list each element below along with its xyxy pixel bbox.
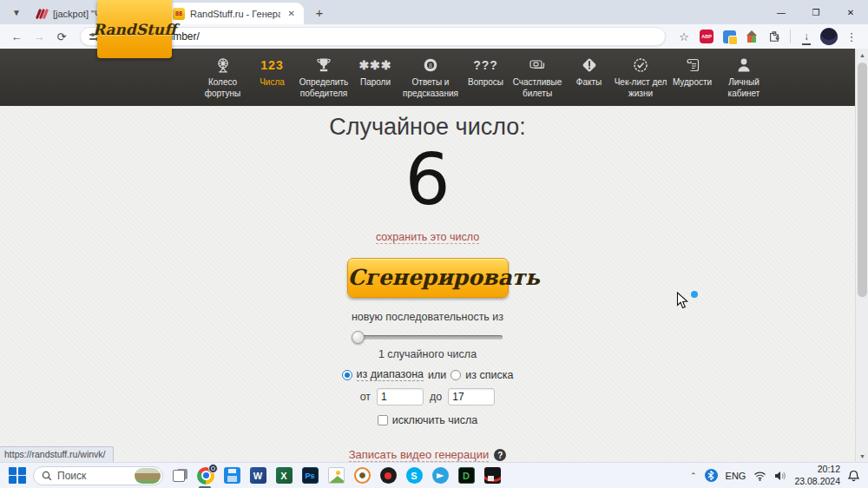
language-indicator[interactable]: ENG [726, 471, 746, 481]
browser-menu-icon[interactable]: ⋮ [842, 27, 861, 46]
window-controls: — ❐ ✕ [764, 0, 868, 24]
tickets-icon [528, 56, 547, 75]
taskbar-photoshop-icon[interactable]: Ps [300, 466, 319, 485]
count-label: 1 случайного числа [378, 348, 477, 360]
search-icon [42, 471, 52, 481]
toolbar-separator [790, 30, 791, 43]
adblock-extension-icon[interactable]: ABP [697, 27, 716, 46]
bluetooth-icon[interactable] [705, 469, 718, 482]
taskbar-telegram-icon[interactable] [431, 466, 450, 485]
nav-item-wheel[interactable]: Колесо фортуны [198, 56, 247, 99]
search-placeholder: Поиск [57, 470, 129, 482]
nav-item-numbers[interactable]: 123 Числа [247, 56, 297, 89]
tray-expand-icon[interactable]: ⌃ [690, 472, 697, 480]
nav-item-facts[interactable]: Факты [564, 56, 614, 89]
taskbar-word-icon[interactable]: W [248, 466, 267, 485]
windows-taskbar: Поиск W X Ps S D ⌃ ENG 20:12 23.08.2024 [0, 462, 868, 488]
nav-item-checklist[interactable]: Чек-лист дел жизни [614, 56, 667, 99]
minimize-button[interactable]: — [764, 0, 799, 24]
clock-time: 20:12 [794, 464, 840, 476]
taskbar-floppy-icon[interactable] [222, 466, 241, 485]
tab-title: RandStuff.ru - Генератор случа [190, 9, 280, 19]
to-input[interactable] [448, 388, 495, 406]
fact-diamond-icon [581, 56, 598, 75]
taskbar-image-viewer-icon[interactable] [326, 466, 345, 485]
new-tab-button[interactable]: + [309, 2, 330, 23]
exclude-label[interactable]: исключить числа [392, 414, 477, 426]
nav-item-tickets[interactable]: Счастливые билеты [510, 56, 564, 99]
range-inputs-row: от до [360, 388, 496, 406]
list-radio-label[interactable]: из списка [465, 369, 513, 381]
record-video-link[interactable]: Записать видео генерации [349, 448, 490, 462]
numbers-123-icon: 123 [260, 56, 283, 75]
page-scrollbar[interactable]: ▲ ▼ [855, 49, 868, 462]
forward-button[interactable]: → [30, 27, 49, 46]
nav-item-questions[interactable]: ??? Вопросы [461, 56, 510, 89]
search-daily-image[interactable] [135, 468, 161, 484]
taskbar-d-app-icon[interactable]: D [457, 466, 476, 485]
scroll-down-icon[interactable]: ▼ [856, 450, 868, 462]
jackpot-favicon-icon [36, 8, 48, 20]
volume-icon[interactable] [774, 471, 786, 481]
taskbar-skype-icon[interactable]: S [404, 466, 424, 485]
magic-8ball-icon: 8 [422, 56, 439, 75]
help-icon[interactable]: ? [494, 449, 506, 461]
status-bar-url: https://randstuff.ru/winvk/ [0, 446, 114, 462]
scroll-up-icon[interactable]: ▲ [856, 49, 868, 61]
taskbar-search[interactable]: Поиск [33, 466, 163, 485]
slider-handle[interactable] [352, 331, 365, 344]
restore-button[interactable]: ❐ [799, 0, 833, 24]
bookmark-star-icon[interactable]: ☆ [674, 27, 694, 46]
sequence-label: новую последовательность из [352, 311, 503, 323]
desktop: { "browser": { "tabs": [ { "title": "[ja… [0, 0, 868, 488]
nav-item-passwords[interactable]: ✱✱✱ Пароли [351, 56, 400, 89]
chrome-badge [208, 464, 218, 473]
nav-item-answers[interactable]: 8 Ответы и предсказания [400, 56, 461, 99]
badge-check-icon [632, 56, 649, 75]
range-radio-label[interactable]: из диапазона [357, 368, 424, 381]
start-button[interactable] [9, 467, 26, 485]
tab-randstuff[interactable]: 88 RandStuff.ru - Генератор случа ✕ [167, 3, 304, 24]
range-radio[interactable] [342, 370, 352, 380]
asterisks-icon: ✱✱✱ [358, 56, 391, 75]
home-extension-icon[interactable] [742, 27, 761, 46]
reload-button[interactable]: ⟳ [52, 27, 71, 46]
taskbar-recorder-icon[interactable] [378, 466, 398, 485]
nav-item-wisdom[interactable]: Мудрости [667, 56, 717, 89]
scrollbar-thumb[interactable] [858, 63, 867, 297]
to-label: до [430, 391, 442, 403]
list-radio[interactable] [450, 370, 461, 380]
taskbar-excel-icon[interactable]: X [274, 466, 293, 485]
downloads-icon[interactable]: ↓ [797, 27, 816, 46]
tab-search-button[interactable]: ▼ [5, 3, 28, 22]
taskbar-game-icon[interactable] [483, 466, 502, 485]
taskbar-clock[interactable]: 20:12 23.08.2024 [794, 464, 840, 487]
photos-extension-icon[interactable] [720, 27, 739, 46]
save-number-link[interactable]: сохранить это число [376, 231, 479, 244]
taskbar-eye-capture-icon[interactable] [352, 466, 372, 485]
wifi-icon[interactable] [753, 471, 766, 481]
close-button[interactable]: ✕ [833, 0, 868, 24]
clock-date: 23.08.2024 [794, 476, 840, 488]
system-tray: ⌃ ENG 20:12 23.08.2024 [690, 464, 859, 487]
slider-track[interactable] [353, 335, 503, 340]
from-label: от [360, 391, 371, 403]
back-button[interactable]: ← [7, 27, 26, 46]
or-label: или [428, 369, 446, 381]
tab-close-icon[interactable]: ✕ [286, 8, 298, 19]
from-input[interactable] [377, 388, 424, 406]
notifications-bell-icon[interactable] [848, 470, 859, 482]
mode-radio-row: из диапазона или из списка [342, 368, 514, 381]
extensions-puzzle-icon[interactable] [765, 27, 784, 46]
randstuff-logo[interactable]: RandStuff [97, 0, 172, 58]
nav-item-account[interactable]: Личный кабинет [717, 56, 771, 99]
task-view-button[interactable] [170, 466, 189, 485]
count-slider[interactable] [353, 331, 503, 342]
profile-avatar[interactable] [819, 27, 838, 46]
generate-button[interactable]: Сгенерировать [347, 258, 509, 298]
nav-item-winner[interactable]: Определить победителя [297, 56, 351, 99]
random-number-value: 6 [404, 142, 450, 217]
taskbar-chrome-icon[interactable] [196, 466, 215, 485]
exclude-checkbox[interactable] [378, 415, 388, 425]
person-icon [735, 56, 753, 75]
